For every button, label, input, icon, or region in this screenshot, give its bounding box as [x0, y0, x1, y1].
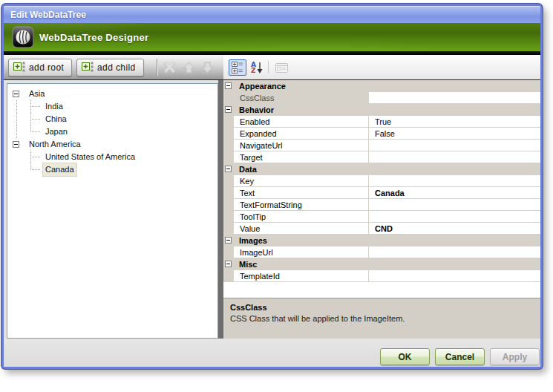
property-name: Target	[234, 151, 369, 163]
property-grid: AppearanceCssClassBehaviorEnabledTrueExp…	[223, 80, 540, 298]
categorized-view-button categorized-view-icon[interactable]	[229, 59, 246, 76]
move-up-button arrow-up-icon[interactable]	[182, 61, 195, 74]
grid-gutter	[223, 223, 234, 234]
property-row-key[interactable]: Key	[223, 175, 540, 187]
property-name: TemplateId	[234, 270, 369, 281]
property-row-tooltip[interactable]: ToolTip	[223, 211, 540, 223]
property-row-templateid[interactable]: TemplateId	[223, 270, 540, 282]
property-value-field[interactable]: True	[369, 116, 540, 127]
property-value-field[interactable]	[369, 246, 540, 258]
add-child-button[interactable]: add child	[76, 59, 144, 76]
property-value-field[interactable]	[369, 151, 540, 163]
grid-gutter	[223, 211, 234, 222]
property-row-navigateurl[interactable]: NavigateUrl	[223, 140, 540, 151]
property-value-field[interactable]: Canada	[369, 187, 540, 198]
delete-node-button x-delete-icon[interactable]	[163, 61, 176, 74]
tree-item-label: United States of America	[43, 151, 137, 163]
property-name: Text	[234, 187, 369, 198]
grid-gutter	[223, 187, 234, 198]
property-row-text[interactable]: TextCanada	[223, 187, 540, 199]
property-value-field[interactable]	[369, 175, 540, 186]
apply-button[interactable]: Apply	[490, 348, 540, 365]
property-pages-button property-pages-icon[interactable]	[272, 59, 290, 76]
grid-gutter	[223, 199, 234, 210]
add-child-label: add child	[97, 62, 136, 73]
tree-connector-stub	[30, 131, 41, 132]
grid-gutter	[223, 80, 234, 92]
designer-banner: WebDataTree Designer	[4, 23, 540, 51]
tree-item-label: Japan	[43, 125, 70, 138]
property-name: Key	[234, 175, 369, 186]
tree-item-united-states-of-america[interactable]: United States of America	[7, 151, 217, 163]
tree-panel: AsiaIndiaChinaJapanNorth AmericaUnited S…	[7, 83, 218, 339]
grid-gutter	[223, 175, 234, 186]
property-row-enabled[interactable]: EnabledTrue	[223, 116, 540, 128]
tree-item-north-america[interactable]: North America	[7, 138, 217, 151]
property-name: Value	[234, 223, 369, 234]
add-node-icon	[82, 62, 94, 74]
tree-item-asia[interactable]: Asia	[7, 88, 217, 100]
tree-connector-line	[16, 100, 17, 113]
collapse-category-icon[interactable]	[225, 82, 232, 89]
grid-gutter	[223, 151, 234, 163]
add-root-button[interactable]: add root	[8, 59, 72, 76]
tree-item-label: China	[43, 113, 69, 125]
category-label: Appearance	[234, 80, 286, 92]
collapse-category-icon[interactable]	[225, 261, 232, 267]
category-row-misc[interactable]: Misc	[223, 258, 540, 270]
description-title: CssClass	[230, 303, 534, 312]
category-row-appearance[interactable]: Appearance	[223, 80, 540, 92]
window-title: Edit WebDataTree	[10, 10, 86, 20]
description-text: CSS Class that will be applied to the Im…	[230, 314, 534, 324]
tree-item-canada[interactable]: Canada	[7, 163, 217, 176]
property-value-field[interactable]: False	[369, 128, 540, 139]
titlebar[interactable]: Edit WebDataTree	[4, 6, 540, 23]
alphabetical-sort-button a-z-sort-icon[interactable]: AZ	[248, 59, 266, 76]
grid-gutter	[223, 92, 234, 103]
property-value-field[interactable]	[369, 140, 540, 151]
propertygrid-toolbar: AZ	[223, 55, 540, 80]
tree-connector-stub	[30, 119, 41, 120]
property-name: ImageUrl	[234, 246, 369, 258]
property-value-field[interactable]	[369, 199, 540, 210]
splitter[interactable]	[218, 80, 223, 339]
property-row-textformatstring[interactable]: TextFormatString	[223, 199, 540, 211]
collapse-category-icon[interactable]	[225, 237, 232, 244]
collapse-category-icon[interactable]	[225, 166, 232, 172]
property-row-value[interactable]: ValueCND	[223, 223, 540, 235]
tree-item-label: India	[43, 100, 65, 113]
category-row-behavior[interactable]: Behavior	[223, 104, 540, 116]
category-label: Misc	[234, 258, 257, 270]
cancel-button[interactable]: Cancel	[435, 348, 485, 365]
grid-gutter	[223, 163, 234, 175]
grid-gutter	[223, 104, 234, 116]
tree-item-japan[interactable]: Japan	[7, 125, 217, 138]
category-row-data[interactable]: Data	[223, 163, 540, 175]
category-row-images[interactable]: Images	[223, 235, 540, 246]
move-down-button arrow-down-icon[interactable]	[200, 61, 214, 74]
tree-item-china[interactable]: China	[7, 113, 217, 125]
property-row-cssclass[interactable]: CssClass	[223, 92, 540, 104]
property-row-target[interactable]: Target	[223, 151, 540, 163]
tree-connector-line	[16, 113, 17, 125]
tree-connector-stub	[30, 157, 41, 157]
collapse-toggle-icon[interactable]	[13, 141, 19, 148]
tree-connector-line	[16, 125, 17, 138]
grid-gutter	[223, 140, 234, 151]
property-value-field[interactable]	[369, 92, 540, 103]
tree-item-india[interactable]: India	[7, 100, 217, 113]
grid-gutter	[223, 116, 234, 127]
collapse-toggle-icon[interactable]	[13, 91, 19, 97]
property-value-field[interactable]: CND	[369, 223, 540, 234]
property-value-field[interactable]	[369, 270, 540, 281]
ok-button[interactable]: OK	[380, 348, 430, 365]
property-row-imageurl[interactable]: ImageUrl	[223, 246, 540, 258]
property-name: ToolTip	[234, 211, 369, 222]
tree-item-label: Canada	[43, 163, 76, 176]
property-row-expanded[interactable]: ExpandedFalse	[223, 128, 540, 140]
property-name: TextFormatString	[234, 199, 369, 210]
add-root-label: add root	[29, 62, 64, 73]
property-name: CssClass	[234, 92, 369, 103]
collapse-category-icon[interactable]	[225, 106, 232, 113]
property-value-field[interactable]	[369, 211, 540, 222]
